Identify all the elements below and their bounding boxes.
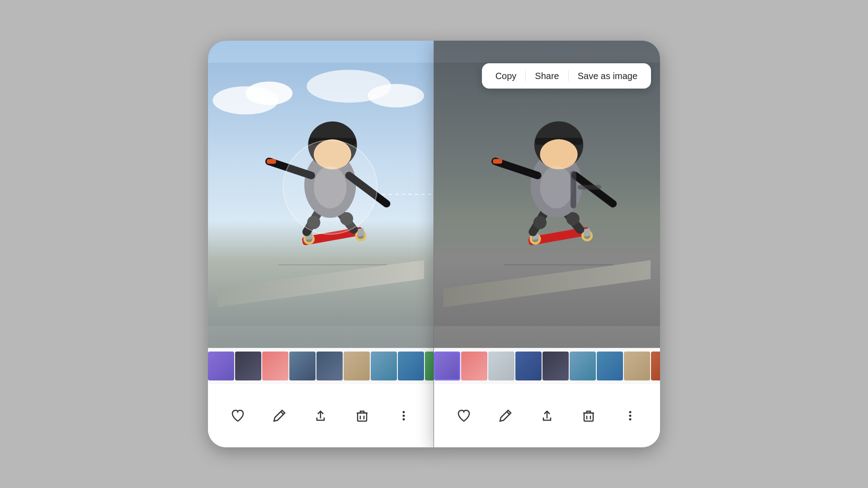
svg-rect-54: [493, 159, 502, 164]
thumbnail-strip-right: [434, 348, 660, 384]
thumb-4[interactable]: [289, 352, 316, 380]
svg-point-49: [533, 216, 547, 229]
page-background: Copy Share Save as image: [0, 0, 868, 488]
thumb-3[interactable]: [262, 352, 288, 380]
thumb-r1-active[interactable]: [434, 352, 460, 380]
svg-point-26: [283, 140, 377, 234]
svg-point-67: [629, 411, 632, 413]
thumb-r3[interactable]: [488, 352, 514, 380]
thumb-9[interactable]: [425, 352, 434, 380]
svg-line-28: [281, 412, 283, 414]
svg-rect-60: [578, 185, 601, 189]
copy-button[interactable]: Copy: [486, 66, 526, 86]
edit-button-left[interactable]: [269, 406, 289, 426]
thumb-2[interactable]: [235, 352, 261, 380]
share-button-right[interactable]: [537, 406, 557, 426]
thumb-7[interactable]: [371, 352, 397, 380]
thumb-r9[interactable]: [651, 352, 660, 380]
action-bar-left: [208, 384, 434, 447]
thumb-6[interactable]: [344, 352, 370, 380]
bottom-bar-left: [208, 348, 434, 447]
thumb-5[interactable]: [316, 352, 343, 380]
heart-button-right[interactable]: [454, 406, 474, 426]
heart-button-left[interactable]: [228, 406, 248, 426]
svg-point-4: [368, 84, 424, 108]
svg-rect-13: [357, 228, 364, 237]
thumb-r4[interactable]: [515, 352, 542, 380]
trash-button-left[interactable]: [352, 406, 372, 426]
thumb-r6[interactable]: [570, 352, 596, 380]
svg-rect-59: [571, 171, 576, 208]
svg-rect-30: [358, 413, 367, 421]
svg-rect-21: [267, 159, 276, 164]
thumb-8[interactable]: [398, 352, 424, 380]
svg-rect-63: [584, 413, 593, 421]
image-area-left: [208, 41, 434, 348]
thumb-r8[interactable]: [624, 352, 650, 380]
edit-button-right[interactable]: [495, 406, 515, 426]
trash-button-right[interactable]: [579, 406, 599, 426]
svg-point-2: [245, 82, 292, 105]
thumb-1[interactable]: [208, 352, 234, 380]
thumb-r5[interactable]: [542, 352, 569, 380]
more-button-right[interactable]: [620, 406, 640, 426]
svg-point-35: [403, 415, 405, 417]
svg-point-36: [403, 418, 405, 421]
skater-left: [208, 41, 434, 348]
more-button-left[interactable]: [394, 406, 414, 426]
svg-rect-46: [583, 228, 591, 237]
svg-point-69: [629, 418, 632, 421]
svg-point-68: [629, 415, 632, 417]
bottom-bar-right: [434, 348, 660, 447]
save-as-image-button[interactable]: Save as image: [569, 66, 646, 86]
svg-point-58: [540, 166, 573, 209]
share-button-left[interactable]: [311, 406, 330, 426]
thumb-r7[interactable]: [597, 352, 623, 380]
svg-point-34: [403, 411, 405, 413]
svg-point-57: [540, 139, 577, 169]
phone-left: [208, 41, 434, 447]
share-button[interactable]: Share: [526, 66, 568, 86]
scene-left: [208, 41, 434, 348]
phone-right: Copy Share Save as image: [434, 41, 660, 447]
thumbnail-strip-left: [208, 348, 434, 384]
context-menu: Copy Share Save as image: [482, 63, 651, 89]
phones-container: Copy Share Save as image: [208, 41, 660, 447]
action-bar-right: [434, 384, 660, 447]
svg-line-61: [507, 412, 509, 414]
thumb-r2[interactable]: [461, 352, 487, 380]
